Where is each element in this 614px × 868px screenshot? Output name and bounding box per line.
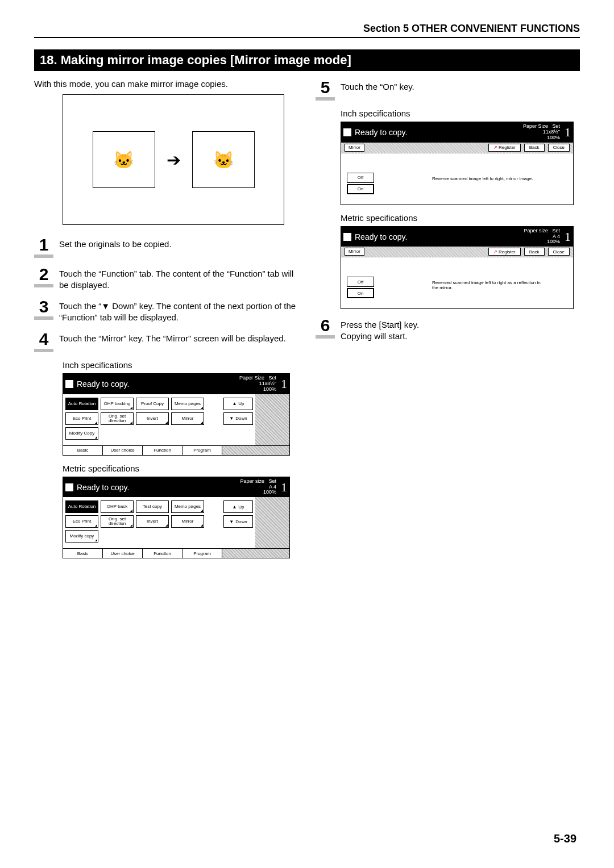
close-button[interactable]: Close [548, 144, 570, 152]
zoom-value: 100% [547, 135, 560, 140]
triangle-up-icon: ▲ [232, 401, 237, 406]
ohp-back-button[interactable]: OHP back [101, 500, 134, 513]
metric-spec-label: Metric specifications [341, 213, 580, 223]
step-number: 5 [316, 79, 335, 101]
tab-user-choice[interactable]: User choice [103, 549, 143, 558]
modify-copy-button[interactable]: Modify Copy [65, 427, 98, 440]
cat-original-icon: 🐱 [93, 131, 155, 188]
tab-function[interactable]: Function [143, 549, 182, 558]
ready-status: Ready to copy. [355, 128, 523, 137]
invert-button[interactable]: Invert [136, 412, 169, 425]
proof-copy-button[interactable]: Proof Copy [136, 398, 169, 410]
paper-size-value: A 4 [553, 233, 560, 239]
ready-status: Ready to copy. [77, 379, 239, 389]
mirror-badge: Mirror [345, 248, 364, 256]
page-title: 18. Making mirror image copies [Mirror i… [34, 49, 580, 71]
register-button[interactable]: Register [488, 248, 521, 256]
auto-rotation-button[interactable]: Auto Rotation [65, 500, 98, 513]
register-row: Mirror Register Back Close [341, 247, 573, 257]
metric-spec-label: Metric specifications [63, 464, 298, 473]
step-2: 2 Touch the “Function” tab. The content … [34, 266, 298, 290]
off-button[interactable]: Off [347, 173, 374, 183]
on-button[interactable]: On [347, 184, 374, 194]
invert-button[interactable]: Invert [136, 515, 169, 528]
zoom-value: 100% [263, 489, 276, 495]
tab-row: Basic User choice Function Program [63, 445, 289, 455]
triangle-down-icon: ▼ [229, 519, 234, 524]
close-button[interactable]: Close [548, 248, 570, 256]
tab-row: Basic User choice Function Program [63, 548, 289, 558]
copy-count: 1 [565, 229, 571, 244]
mirror-button[interactable]: Mirror [171, 515, 204, 528]
memo-pages-button[interactable]: Memo pages [171, 398, 204, 410]
tab-function[interactable]: Function [143, 446, 182, 455]
register-row: Mirror Register Back Close [341, 143, 573, 153]
paper-size-value: 11x8½" [543, 129, 560, 135]
paper-size-value: A 4 [269, 484, 276, 490]
paper-size-meta: Paper Size Set 11x8½" 100% [523, 124, 560, 141]
step-number: 6 [316, 317, 335, 339]
ohp-backing-button[interactable]: OHP backing [101, 398, 134, 410]
step-5: 5 Touch the “On” key. [316, 79, 580, 101]
step-text: Touch the “Mirror” key. The “Mirror” scr… [59, 331, 298, 344]
up-button[interactable]: ▲Up [223, 398, 253, 410]
eco-print-button[interactable]: Eco Print [65, 412, 98, 425]
ready-status: Ready to copy. [77, 483, 240, 492]
step-text: Press the [Start] key. Copying will star… [341, 317, 580, 341]
paper-size-meta: Paper Size Set 11x8½" 100% [239, 375, 276, 393]
on-button[interactable]: On [347, 288, 374, 298]
tab-basic[interactable]: Basic [63, 549, 103, 558]
tab-basic[interactable]: Basic [63, 446, 103, 455]
set-label: Set [552, 228, 560, 233]
zoom-value: 100% [547, 239, 560, 244]
paper-size-meta: Paper size Set A 4 100% [524, 228, 560, 245]
mirror-panel-inch: Ready to copy. Paper Size Set 11x8½" 100… [341, 122, 574, 205]
up-button[interactable]: ▲Up [223, 500, 253, 513]
register-button[interactable]: Register [488, 144, 521, 152]
down-button[interactable]: ▼Down [223, 515, 253, 528]
memo-pages-button[interactable]: Memo pages [171, 500, 204, 513]
hatched-area [222, 549, 289, 558]
panel-header: Ready to copy. Paper size Set A 4 100% 1 [341, 227, 573, 247]
auto-rotation-button[interactable]: Auto Rotation [65, 398, 98, 410]
mirror-panel-metric: Ready to copy. Paper size Set A 4 100% 1… [341, 226, 574, 310]
orig-set-direction-button[interactable]: Orig. set direction [101, 412, 134, 425]
step-number: 1 [34, 236, 53, 258]
inch-spec-label: Inch specifications [341, 108, 580, 118]
help-text: Reversed scanned image left to right as … [432, 280, 546, 290]
paper-size-meta: Paper size Set A 4 100% [240, 479, 276, 496]
arrow-right-icon: ➔ [167, 150, 181, 170]
modify-copy-button[interactable]: Modify copy [65, 530, 98, 542]
test-copy-button[interactable]: Test copy [136, 500, 169, 513]
copy-count: 1 [281, 480, 287, 495]
document-icon [343, 233, 351, 241]
document-icon [65, 483, 73, 491]
paper-size-label: Paper Size [239, 375, 264, 381]
ready-status: Ready to copy. [355, 232, 524, 241]
tab-program[interactable]: Program [182, 446, 222, 455]
triangle-down-icon: ▼ [229, 416, 234, 421]
hatched-area [255, 394, 289, 445]
document-icon [65, 380, 73, 388]
down-button[interactable]: ▼Down [223, 412, 253, 425]
step-text: Touch the “▼ Down” key. The content of t… [59, 298, 298, 323]
off-button[interactable]: Off [347, 277, 374, 287]
back-button[interactable]: Back [524, 248, 545, 256]
tab-user-choice[interactable]: User choice [103, 446, 143, 455]
back-button[interactable]: Back [524, 144, 545, 152]
set-label: Set [268, 375, 276, 381]
mirror-illustration: 🐱 ➔ 🐱 [63, 94, 284, 225]
mirror-button[interactable]: Mirror [171, 412, 204, 425]
step-text: Touch the “On” key. [341, 79, 580, 93]
orig-set-direction-button[interactable]: Orig. set direction [101, 515, 134, 528]
set-label: Set [268, 478, 276, 484]
hatched-area [222, 446, 289, 455]
document-icon [343, 128, 351, 136]
step-number: 4 [34, 331, 53, 352]
copy-count: 1 [281, 377, 287, 391]
panel-header: Ready to copy. Paper Size Set 11x8½" 100… [341, 122, 573, 143]
tab-program[interactable]: Program [182, 549, 222, 558]
eco-print-button[interactable]: Eco Print [65, 515, 98, 528]
copy-count: 1 [565, 125, 571, 140]
panel-header: Ready to copy. Paper Size Set 11x8½" 100… [63, 374, 289, 394]
